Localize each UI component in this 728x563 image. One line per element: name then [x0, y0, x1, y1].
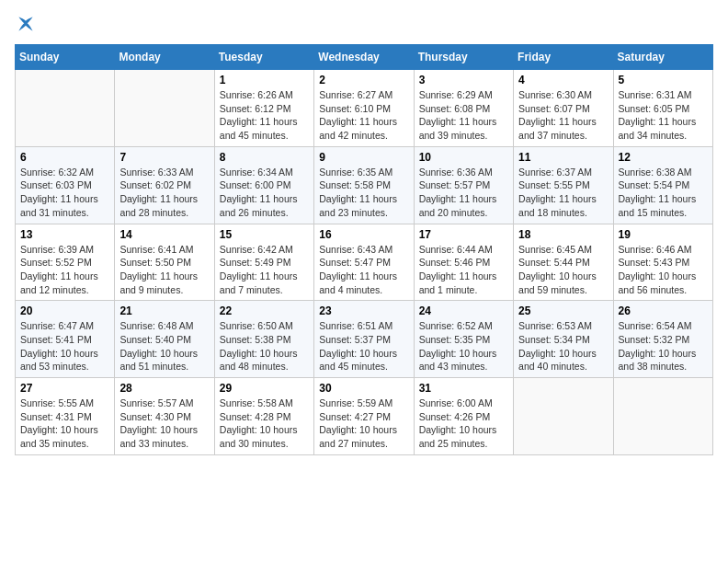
day-info: Sunrise: 6:34 AMSunset: 6:00 PMDaylight:… [220, 166, 309, 220]
calendar-table: SundayMondayTuesdayWednesdayThursdayFrid… [15, 44, 713, 455]
day-info: Sunrise: 5:57 AMSunset: 4:30 PMDaylight:… [119, 396, 209, 451]
calendar-cell: 1Sunrise: 6:26 AMSunset: 6:12 PMDaylight… [214, 70, 313, 147]
day-number: 13 [20, 228, 109, 241]
day-number: 10 [419, 151, 508, 164]
calendar-cell: 10Sunrise: 6:36 AMSunset: 5:57 PMDayligh… [414, 146, 513, 224]
calendar-cell [115, 70, 214, 147]
calendar-cell: 26Sunrise: 6:54 AMSunset: 5:32 PMDayligh… [613, 301, 712, 378]
day-info: Sunrise: 6:32 AMSunset: 6:03 PMDaylight:… [20, 166, 109, 220]
day-info: Sunrise: 6:39 AMSunset: 5:52 PMDaylight:… [20, 243, 109, 297]
day-number: 20 [20, 304, 109, 317]
day-info: Sunrise: 6:27 AMSunset: 6:10 PMDaylight:… [319, 88, 408, 143]
day-number: 4 [518, 74, 608, 86]
day-info: Sunrise: 6:42 AMSunset: 5:49 PMDaylight:… [220, 243, 309, 297]
weekday-header-wednesday: Wednesday [314, 45, 414, 70]
calendar-cell: 21Sunrise: 6:48 AMSunset: 5:40 PMDayligh… [115, 301, 214, 378]
weekday-header-saturday: Saturday [613, 45, 712, 70]
page-header [15, 15, 713, 33]
day-number: 16 [319, 228, 408, 241]
day-number: 5 [619, 74, 708, 86]
calendar-cell: 14Sunrise: 6:41 AMSunset: 5:50 PMDayligh… [115, 224, 214, 301]
day-number: 31 [419, 382, 508, 395]
calendar-cell: 17Sunrise: 6:44 AMSunset: 5:46 PMDayligh… [414, 224, 513, 301]
calendar-cell: 24Sunrise: 6:52 AMSunset: 5:35 PMDayligh… [414, 301, 513, 378]
day-number: 1 [220, 74, 309, 86]
day-info: Sunrise: 6:45 AMSunset: 5:44 PMDaylight:… [518, 243, 608, 297]
day-number: 12 [619, 151, 708, 164]
calendar-cell: 11Sunrise: 6:37 AMSunset: 5:55 PMDayligh… [514, 146, 613, 224]
calendar-cell: 31Sunrise: 6:00 AMSunset: 4:26 PMDayligh… [414, 378, 513, 455]
weekday-header-friday: Friday [514, 45, 613, 70]
calendar-cell: 25Sunrise: 6:53 AMSunset: 5:34 PMDayligh… [514, 301, 613, 378]
calendar-cell: 2Sunrise: 6:27 AMSunset: 6:10 PMDaylight… [314, 70, 414, 147]
day-info: Sunrise: 6:38 AMSunset: 5:54 PMDaylight:… [619, 166, 708, 220]
calendar-cell: 20Sunrise: 6:47 AMSunset: 5:41 PMDayligh… [16, 301, 115, 378]
weekday-header-thursday: Thursday [414, 45, 513, 70]
calendar-cell: 12Sunrise: 6:38 AMSunset: 5:54 PMDayligh… [613, 146, 712, 224]
day-info: Sunrise: 6:00 AMSunset: 4:26 PMDaylight:… [419, 396, 508, 451]
day-info: Sunrise: 6:51 AMSunset: 5:37 PMDaylight:… [319, 319, 408, 373]
calendar-cell: 15Sunrise: 6:42 AMSunset: 5:49 PMDayligh… [214, 224, 313, 301]
calendar-cell: 29Sunrise: 5:58 AMSunset: 4:28 PMDayligh… [214, 378, 313, 455]
logo [15, 15, 35, 33]
calendar-cell: 16Sunrise: 6:43 AMSunset: 5:47 PMDayligh… [314, 224, 414, 301]
day-info: Sunrise: 6:50 AMSunset: 5:38 PMDaylight:… [220, 319, 309, 373]
day-info: Sunrise: 6:29 AMSunset: 6:08 PMDaylight:… [419, 88, 508, 143]
calendar-cell: 13Sunrise: 6:39 AMSunset: 5:52 PMDayligh… [16, 224, 115, 301]
day-number: 27 [20, 382, 109, 395]
day-number: 14 [119, 228, 209, 241]
calendar-week-5: 27Sunrise: 5:55 AMSunset: 4:31 PMDayligh… [16, 378, 713, 455]
day-number: 28 [119, 382, 209, 395]
calendar-week-3: 13Sunrise: 6:39 AMSunset: 5:52 PMDayligh… [16, 224, 713, 301]
day-number: 17 [419, 228, 508, 241]
day-info: Sunrise: 5:59 AMSunset: 4:27 PMDaylight:… [319, 396, 408, 451]
day-info: Sunrise: 6:53 AMSunset: 5:34 PMDaylight:… [518, 319, 608, 373]
calendar-cell [613, 378, 712, 455]
calendar-cell [16, 70, 115, 147]
day-info: Sunrise: 6:46 AMSunset: 5:43 PMDaylight:… [619, 243, 708, 297]
day-number: 24 [419, 304, 508, 317]
day-info: Sunrise: 6:31 AMSunset: 6:05 PMDaylight:… [619, 88, 708, 143]
day-number: 19 [619, 228, 708, 241]
day-info: Sunrise: 6:44 AMSunset: 5:46 PMDaylight:… [419, 243, 508, 297]
day-number: 22 [220, 304, 309, 317]
calendar-cell: 19Sunrise: 6:46 AMSunset: 5:43 PMDayligh… [613, 224, 712, 301]
day-info: Sunrise: 6:30 AMSunset: 6:07 PMDaylight:… [518, 88, 608, 143]
day-number: 25 [518, 304, 608, 317]
day-number: 9 [319, 151, 408, 164]
calendar-cell: 28Sunrise: 5:57 AMSunset: 4:30 PMDayligh… [115, 378, 214, 455]
weekday-header-sunday: Sunday [16, 45, 115, 70]
calendar-cell: 7Sunrise: 6:33 AMSunset: 6:02 PMDaylight… [115, 146, 214, 224]
calendar-week-2: 6Sunrise: 6:32 AMSunset: 6:03 PMDaylight… [16, 146, 713, 224]
calendar-cell: 8Sunrise: 6:34 AMSunset: 6:00 PMDaylight… [214, 146, 313, 224]
day-info: Sunrise: 6:47 AMSunset: 5:41 PMDaylight:… [20, 319, 109, 373]
calendar-cell: 27Sunrise: 5:55 AMSunset: 4:31 PMDayligh… [16, 378, 115, 455]
calendar-cell: 23Sunrise: 6:51 AMSunset: 5:37 PMDayligh… [314, 301, 414, 378]
calendar-cell: 4Sunrise: 6:30 AMSunset: 6:07 PMDaylight… [514, 70, 613, 147]
calendar-cell: 30Sunrise: 5:59 AMSunset: 4:27 PMDayligh… [314, 378, 414, 455]
day-number: 8 [220, 151, 309, 164]
day-info: Sunrise: 5:55 AMSunset: 4:31 PMDaylight:… [20, 396, 109, 451]
calendar-cell [514, 378, 613, 455]
day-info: Sunrise: 5:58 AMSunset: 4:28 PMDaylight:… [220, 396, 309, 451]
calendar-cell: 5Sunrise: 6:31 AMSunset: 6:05 PMDaylight… [613, 70, 712, 147]
calendar-cell: 18Sunrise: 6:45 AMSunset: 5:44 PMDayligh… [514, 224, 613, 301]
calendar-cell: 22Sunrise: 6:50 AMSunset: 5:38 PMDayligh… [214, 301, 313, 378]
logo-bird-icon [17, 15, 35, 33]
weekday-header-monday: Monday [115, 45, 214, 70]
calendar-week-4: 20Sunrise: 6:47 AMSunset: 5:41 PMDayligh… [16, 301, 713, 378]
weekday-header-row: SundayMondayTuesdayWednesdayThursdayFrid… [16, 45, 713, 70]
calendar-cell: 9Sunrise: 6:35 AMSunset: 5:58 PMDaylight… [314, 146, 414, 224]
day-info: Sunrise: 6:43 AMSunset: 5:47 PMDaylight:… [319, 243, 408, 297]
calendar-cell: 3Sunrise: 6:29 AMSunset: 6:08 PMDaylight… [414, 70, 513, 147]
day-info: Sunrise: 6:41 AMSunset: 5:50 PMDaylight:… [119, 243, 209, 297]
day-number: 15 [220, 228, 309, 241]
day-number: 18 [518, 228, 608, 241]
day-info: Sunrise: 6:35 AMSunset: 5:58 PMDaylight:… [319, 166, 408, 220]
day-number: 6 [20, 151, 109, 164]
day-number: 26 [619, 304, 708, 317]
day-info: Sunrise: 6:52 AMSunset: 5:35 PMDaylight:… [419, 319, 508, 373]
day-info: Sunrise: 6:37 AMSunset: 5:55 PMDaylight:… [518, 166, 608, 220]
day-number: 2 [319, 74, 408, 86]
day-info: Sunrise: 6:48 AMSunset: 5:40 PMDaylight:… [119, 319, 209, 373]
